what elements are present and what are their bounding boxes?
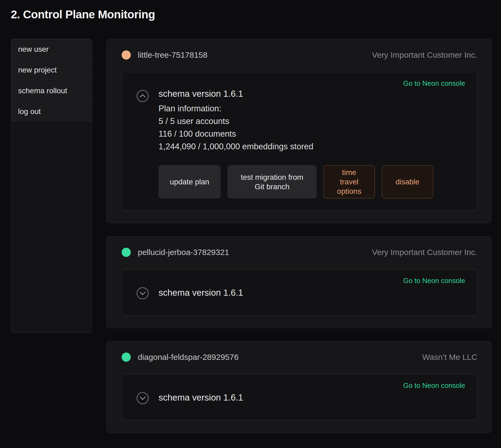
disable-button[interactable]: disable (382, 165, 433, 198)
panel-content: schema version 1.6.1 Plan information: 5… (159, 89, 465, 198)
sidebar-item-schema-rollout[interactable]: schema rollout (11, 81, 92, 101)
schema-version-label: schema version 1.6.1 (159, 89, 465, 99)
plan-embeddings: 1,244,090 / 1,000,000 embeddings stored (159, 140, 465, 153)
project-card-list: little-tree-75178158 Very Important Cust… (106, 39, 492, 433)
update-plan-button[interactable]: update plan (159, 165, 221, 198)
expand-chevron-down-icon[interactable] (136, 287, 149, 299)
panel-main: schema version 1.6.1 (136, 286, 465, 299)
panel-content: schema version 1.6.1 (159, 288, 465, 298)
project-name: little-tree-75178158 (138, 50, 208, 60)
collapse-chevron-up-icon[interactable] (136, 90, 149, 102)
sidebar-item-log-out[interactable]: log out (11, 101, 92, 122)
project-card-header: little-tree-75178158 Very Important Cust… (122, 50, 477, 60)
project-details-panel: Go to Neon console schema version 1.6.1 (122, 374, 477, 420)
plan-documents: 116 / 100 documents (159, 127, 465, 140)
console-link-row: Go to Neon console (136, 381, 465, 390)
project-card-header: diagonal-feldspar-28929576 Wasn’t Me LLC (122, 353, 477, 362)
project-details-panel: Go to Neon console schema version 1.6.1 (122, 269, 477, 315)
main-layout: new user new project schema rollout log … (11, 39, 501, 433)
schema-version-label: schema version 1.6.1 (159, 392, 465, 403)
action-button-row: update plan test migration from Git bran… (159, 165, 465, 198)
console-link-row: Go to Neon console (136, 277, 465, 285)
status-dot-icon (122, 248, 131, 257)
console-link-row: Go to Neon console (136, 79, 465, 88)
expand-chevron-down-icon[interactable] (136, 392, 149, 404)
project-card: pellucid-jerboa-37829321 Very Important … (106, 236, 492, 328)
company-name: Wasn’t Me LLC (422, 353, 477, 362)
go-to-neon-console-link[interactable]: Go to Neon console (403, 277, 465, 285)
go-to-neon-console-link[interactable]: Go to Neon console (403, 381, 465, 390)
schema-version-label: schema version 1.6.1 (159, 288, 465, 298)
company-name: Very Important Customer Inc. (372, 248, 477, 257)
project-details-panel: Go to Neon console schema version 1.6.1 … (122, 72, 477, 211)
sidebar-item-label: log out (18, 107, 41, 116)
panel-content: schema version 1.6.1 (159, 392, 465, 403)
panel-main: schema version 1.6.1 (136, 391, 465, 404)
project-name: pellucid-jerboa-37829321 (138, 248, 229, 257)
panel-main: schema version 1.6.1 Plan information: 5… (136, 89, 465, 198)
project-name: diagonal-feldspar-28929576 (138, 353, 239, 362)
status-dot-icon (122, 353, 131, 362)
project-card: diagonal-feldspar-28929576 Wasn’t Me LLC… (106, 341, 492, 433)
plan-info-heading: Plan information: (159, 102, 465, 115)
sidebar-item-label: new project (18, 66, 57, 74)
sidebar-item-new-project[interactable]: new project (11, 60, 92, 81)
plan-user-accounts: 5 / 5 user accounts (159, 115, 465, 127)
sidebar-item-label: new user (18, 45, 49, 54)
project-card: little-tree-75178158 Very Important Cust… (106, 39, 492, 223)
sidebar-item-label: schema rollout (18, 87, 67, 95)
page-title: 2. Control Plane Monitoring (11, 8, 501, 21)
test-migration-button[interactable]: test migration from Git branch (228, 165, 317, 198)
go-to-neon-console-link[interactable]: Go to Neon console (403, 79, 465, 87)
status-dot-icon (122, 50, 131, 60)
time-travel-options-button[interactable]: time travel options (324, 165, 375, 198)
company-name: Very Important Customer Inc. (372, 50, 477, 60)
sidebar-item-new-user[interactable]: new user (11, 39, 92, 60)
sidebar: new user new project schema rollout log … (11, 39, 92, 333)
project-card-header: pellucid-jerboa-37829321 Very Important … (122, 248, 477, 257)
